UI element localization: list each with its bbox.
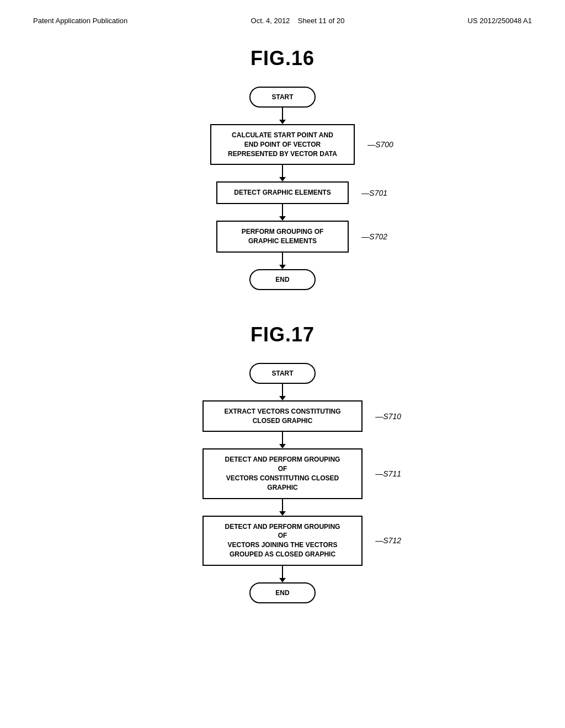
arrow-17-2: [279, 499, 286, 516]
fc16-end-node: END: [249, 269, 316, 290]
fc17-s710-node: EXTRACT VECTORS CONSTITUTING CLOSED GRAP…: [202, 400, 363, 432]
fc16-start-node: START: [249, 87, 316, 108]
fc16-start-step: START: [249, 87, 316, 108]
fc16-s702-node: PERFORM GROUPING OF GRAPHIC ELEMENTS: [216, 221, 349, 253]
fc16-s702-step: PERFORM GROUPING OF GRAPHIC ELEMENTS —S7…: [216, 221, 349, 253]
fc17-s710-label: —S710: [375, 412, 401, 421]
fc17-s712-row: DETECT AND PERFORM GROUPING OF VECTORS J…: [128, 516, 437, 566]
fc17-s710-step: EXTRACT VECTORS CONSTITUTING CLOSED GRAP…: [202, 400, 363, 432]
fc17-s712-step: DETECT AND PERFORM GROUPING OF VECTORS J…: [202, 516, 363, 566]
fc17-s711-label: —S711: [375, 469, 401, 478]
fc16-s702-row: PERFORM GROUPING OF GRAPHIC ELEMENTS —S7…: [145, 221, 420, 253]
fig17-title: FIG.17: [250, 323, 315, 346]
figure-16: FIG.16 START CALCULATE START POINT AND E…: [33, 47, 532, 290]
arrow-17-0: [279, 384, 286, 400]
fig16-title: FIG.16: [250, 47, 315, 70]
fc17-start-row: START: [128, 363, 437, 384]
fc16-s700-node: CALCULATE START POINT AND END POINT OF V…: [210, 124, 355, 165]
fc17-end-step: END: [249, 582, 316, 603]
fc16-end-row: END: [145, 269, 420, 290]
fc16-s700-step: CALCULATE START POINT AND END POINT OF V…: [210, 124, 355, 165]
fc16-s700-label: —S700: [367, 140, 393, 149]
fc16-s701-row: DETECT GRAPHIC ELEMENTS —S701: [145, 181, 420, 204]
fc16-start-row: START: [145, 87, 420, 108]
fc17-end-node: END: [249, 582, 316, 603]
page: Patent Application Publication Oct. 4, 2…: [0, 0, 565, 728]
header-center: Oct. 4, 2012 Sheet 11 of 20: [251, 17, 345, 25]
arrow-17-1: [279, 432, 286, 448]
header-right: US 2012/250048 A1: [468, 17, 532, 25]
arrow-17-3: [279, 566, 286, 582]
fc16-end-step: END: [249, 269, 316, 290]
fc17-s711-node: DETECT AND PERFORM GROUPING OF VECTORS C…: [202, 448, 363, 499]
figure-17: FIG.17 START EXTRACT VECTORS CONSTITUTIN…: [33, 323, 532, 603]
fc16-s702-label: —S702: [361, 232, 387, 241]
header-left: Patent Application Publication: [33, 17, 127, 25]
arrow-16-0: [279, 108, 286, 124]
fc16-s701-step: DETECT GRAPHIC ELEMENTS —S701: [216, 181, 349, 204]
flowchart-16: START CALCULATE START POINT AND END POIN…: [145, 87, 420, 290]
arrow-16-1: [279, 165, 286, 181]
fc17-s712-label: —S712: [375, 536, 401, 545]
fc17-s711-row: DETECT AND PERFORM GROUPING OF VECTORS C…: [128, 448, 437, 499]
fc17-s712-node: DETECT AND PERFORM GROUPING OF VECTORS J…: [202, 516, 363, 566]
fc17-s710-row: EXTRACT VECTORS CONSTITUTING CLOSED GRAP…: [128, 400, 437, 432]
fc17-start-node: START: [249, 363, 316, 384]
arrow-16-2: [279, 204, 286, 221]
fc16-s700-row: CALCULATE START POINT AND END POINT OF V…: [145, 124, 420, 165]
fc16-s701-node: DETECT GRAPHIC ELEMENTS: [216, 181, 349, 204]
fc16-s701-label: —S701: [361, 189, 387, 197]
fc17-start-step: START: [249, 363, 316, 384]
flowchart-17: START EXTRACT VECTORS CONSTITUTING CLOSE…: [128, 363, 437, 603]
fc17-end-row: END: [128, 582, 437, 603]
page-header: Patent Application Publication Oct. 4, 2…: [33, 17, 532, 25]
fc17-s711-step: DETECT AND PERFORM GROUPING OF VECTORS C…: [202, 448, 363, 499]
arrow-16-3: [279, 253, 286, 269]
